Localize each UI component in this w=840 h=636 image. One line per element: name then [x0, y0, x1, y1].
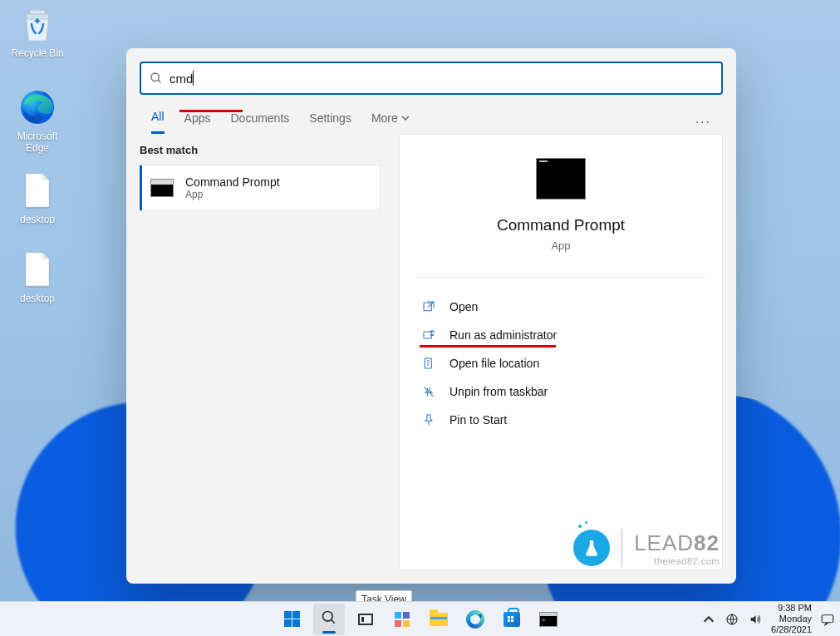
taskbar-center — [277, 604, 564, 635]
taskbar-search-button[interactable] — [313, 604, 345, 635]
clock-day: Monday — [771, 614, 812, 624]
search-icon — [150, 71, 163, 85]
widgets-icon — [395, 612, 410, 627]
speaker-icon — [749, 613, 762, 626]
svg-point-6 — [431, 334, 432, 335]
clock-date: 6/28/2021 — [771, 624, 812, 635]
desktop-icon-file-1[interactable]: desktop — [4, 170, 71, 225]
action-open-file-location[interactable]: Open file location — [416, 349, 705, 377]
watermark-badge — [573, 530, 610, 566]
file-icon — [17, 170, 57, 210]
desktop-icon-recycle-bin[interactable]: Recycle Bin — [4, 4, 71, 59]
task-view-button[interactable] — [350, 604, 381, 635]
action-label: Run as administrator — [449, 328, 557, 342]
admin-icon — [421, 328, 436, 343]
svg-line-9 — [331, 619, 334, 623]
file-explorer-button[interactable] — [423, 604, 454, 635]
edge-icon — [17, 87, 57, 127]
command-prompt-icon — [150, 179, 174, 197]
action-open[interactable]: Open — [416, 293, 705, 321]
watermark-url: thelead82.com — [634, 556, 720, 566]
store-icon — [504, 612, 520, 627]
action-label: Open — [449, 300, 478, 313]
search-filter-tabs: All Apps Documents Settings More ··· — [126, 101, 736, 134]
tab-apps[interactable]: Apps — [184, 111, 211, 133]
svg-point-8 — [322, 611, 332, 621]
svg-point-2 — [151, 73, 159, 81]
action-pin-to-start[interactable]: Pin to Start — [416, 406, 705, 434]
action-label: Open file location — [449, 357, 539, 370]
tab-documents[interactable]: Documents — [230, 111, 289, 133]
clock-time: 9:38 PM — [771, 603, 812, 614]
action-label: Unpin from taskbar — [449, 385, 548, 398]
svg-rect-11 — [822, 614, 833, 622]
widgets-button[interactable] — [386, 604, 418, 635]
action-label: Pin to Start — [449, 413, 507, 426]
network-icon[interactable] — [725, 612, 739, 627]
command-prompt-icon — [539, 612, 558, 627]
search-icon — [321, 609, 337, 629]
show-hidden-icons-button[interactable] — [701, 612, 716, 627]
desktop-icon-label: desktop — [4, 293, 71, 304]
system-tray: 9:38 PM Monday 6/28/2021 — [701, 602, 835, 636]
svg-rect-7 — [425, 358, 431, 368]
search-input-text: cmd — [169, 71, 193, 86]
tab-all[interactable]: All — [151, 110, 165, 134]
more-options-button[interactable]: ··· — [695, 115, 711, 130]
volume-icon[interactable] — [748, 612, 763, 627]
pin-icon — [421, 412, 436, 427]
desktop-icon-label: Microsoft Edge — [4, 131, 71, 154]
desktop-icon-label: Recycle Bin — [4, 47, 71, 59]
start-button[interactable] — [277, 604, 308, 635]
file-explorer-icon — [430, 613, 448, 626]
desktop-icon-label: desktop — [4, 214, 71, 225]
command-prompt-taskbar-button[interactable] — [533, 604, 564, 635]
command-prompt-icon — [536, 158, 586, 200]
chevron-up-icon — [702, 613, 715, 626]
open-icon — [421, 299, 436, 314]
annotation-underline — [420, 345, 556, 348]
desktop-icon-file-2[interactable]: desktop — [4, 249, 71, 304]
tab-more[interactable]: More — [371, 111, 410, 133]
notification-icon — [820, 613, 835, 626]
start-search-panel: cmd All Apps Documents Settings More ···… — [126, 48, 736, 584]
search-box[interactable]: cmd — [140, 62, 723, 95]
search-box-container: cmd — [126, 48, 736, 101]
clock[interactable]: 9:38 PM Monday 6/28/2021 — [771, 603, 812, 635]
tab-settings[interactable]: Settings — [309, 111, 351, 133]
preview-subtitle: App — [416, 239, 705, 252]
watermark: LEAD82 thelead82.com — [573, 529, 720, 567]
task-view-icon — [358, 614, 373, 625]
results-column: Best match Command Prompt App — [126, 134, 392, 584]
folder-icon — [421, 356, 436, 371]
notifications-button[interactable] — [820, 613, 835, 626]
globe-icon — [725, 613, 739, 626]
result-subtitle: App — [185, 189, 280, 200]
search-result-item[interactable]: Command Prompt App — [140, 165, 381, 211]
svg-rect-4 — [424, 303, 431, 310]
recycle-bin-icon — [17, 4, 57, 44]
edge-icon — [466, 610, 484, 629]
best-match-label: Best match — [126, 142, 392, 165]
divider — [416, 277, 705, 278]
file-icon — [17, 249, 57, 289]
desktop-icon-microsoft-edge[interactable]: Microsoft Edge — [4, 87, 71, 154]
unpin-icon — [421, 384, 436, 399]
svg-line-3 — [158, 80, 160, 82]
chevron-down-icon — [401, 114, 410, 122]
result-title: Command Prompt — [185, 175, 280, 189]
edge-button[interactable] — [459, 604, 491, 635]
annotation-underline — [179, 110, 243, 112]
action-unpin-from-taskbar[interactable]: Unpin from taskbar — [416, 377, 705, 406]
preview-title: Command Prompt — [416, 216, 705, 234]
microsoft-store-button[interactable] — [496, 604, 528, 635]
watermark-brand: LEAD82 — [634, 530, 720, 556]
preview-pane: Command Prompt App Open Run as administr… — [399, 134, 723, 570]
windows-logo-icon — [284, 611, 300, 627]
taskbar: 9:38 PM Monday 6/28/2021 — [0, 601, 840, 636]
tab-more-label: More — [371, 111, 398, 125]
flask-icon — [584, 539, 599, 557]
svg-rect-0 — [30, 10, 45, 14]
action-run-as-administrator[interactable]: Run as administrator — [416, 321, 705, 349]
